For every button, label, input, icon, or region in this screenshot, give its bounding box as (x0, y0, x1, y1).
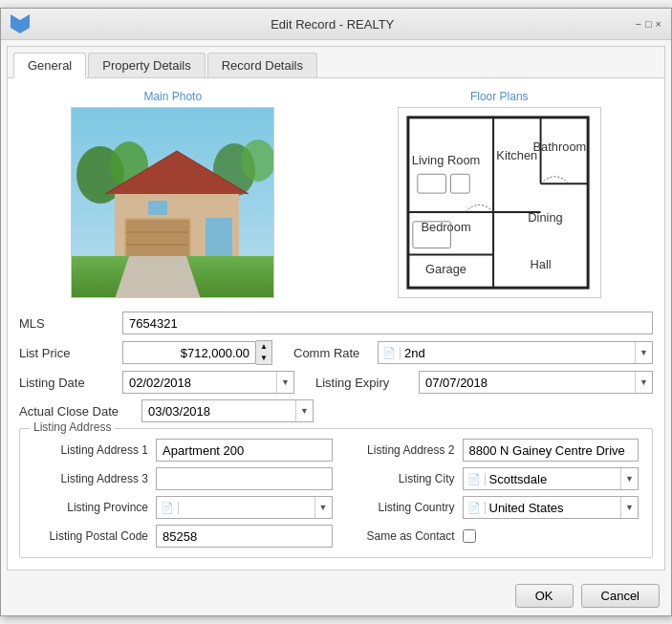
city-label: Listing City (340, 472, 455, 485)
listing-date-label: Listing Date (19, 376, 115, 390)
country-dropdown[interactable]: 📄 United States Canada ▼ (463, 496, 639, 519)
close-button[interactable]: × (656, 18, 661, 30)
country-doc-icon: 📄 (464, 502, 486, 514)
listing-expiry-label: Listing Expiry (315, 376, 411, 390)
tab-bar: General Property Details Record Details (8, 47, 664, 78)
listing-date-arrow[interactable]: ▼ (276, 372, 293, 393)
actual-close-input-wrap[interactable]: ▼ (141, 399, 314, 422)
listing-date-input[interactable] (123, 372, 276, 393)
addr2-label: Listing Address 2 (340, 443, 455, 457)
province-doc-icon: 📄 (157, 502, 179, 514)
listing-expiry-arrow[interactable]: ▼ (635, 372, 652, 393)
comm-rate-select[interactable]: 2nd 1st 3rd (401, 342, 635, 363)
actual-close-input[interactable] (142, 400, 295, 421)
same-as-contact-checkbox[interactable] (463, 529, 476, 543)
mls-input[interactable] (122, 312, 653, 334)
main-photo-box[interactable] (71, 107, 274, 298)
tab-property-details[interactable]: Property Details (88, 53, 205, 77)
country-arrow[interactable]: ▼ (620, 497, 638, 518)
svg-text:Garage: Garage (425, 262, 466, 276)
comm-rate-arrow[interactable]: ▼ (635, 342, 652, 363)
addr3-input[interactable] (156, 467, 333, 490)
listing-date-input-wrap[interactable]: ▼ (122, 371, 294, 394)
svg-text:Kitchen: Kitchen (496, 148, 537, 162)
listing-expiry-input-wrap[interactable]: ▼ (419, 371, 653, 394)
photos-row: Main Photo (19, 90, 653, 298)
main-photo-svg (72, 108, 274, 298)
floor-plan-svg: Living Room Bedroom Kitchen Bathroom Din… (399, 107, 600, 298)
price-comm-row: List Price ▲ ▼ Comm Rate 📄 2nd 1st 3rd (19, 340, 653, 365)
window-controls[interactable]: − □ × (635, 18, 661, 30)
svg-point-4 (241, 140, 274, 182)
dates-row: Listing Date ▼ Listing Expiry ▼ (19, 371, 653, 394)
floor-plan-box[interactable]: Living Room Bedroom Kitchen Bathroom Din… (398, 107, 601, 298)
floor-plan-label: Floor Plans (470, 90, 529, 103)
province-select[interactable]: Arizona (179, 497, 314, 518)
addr1-label: Listing Address 1 (33, 443, 148, 457)
ok-button[interactable]: OK (515, 584, 574, 608)
spinner-down[interactable]: ▼ (256, 353, 271, 364)
city-arrow[interactable]: ▼ (620, 468, 638, 489)
main-window: Edit Record - REALTY − □ × General Prope… (0, 8, 672, 616)
app-icon (11, 14, 30, 33)
comm-rate-doc-icon: 📄 (379, 347, 401, 359)
svg-text:Living Room: Living Room (412, 153, 480, 167)
list-price-spinner: ▲ ▼ (122, 340, 272, 365)
maximize-button[interactable]: □ (645, 18, 652, 30)
province-dropdown[interactable]: 📄 Arizona ▼ (156, 496, 333, 519)
addr1-input[interactable] (156, 439, 333, 462)
addr2-input[interactable] (463, 439, 639, 462)
svg-text:Hall: Hall (530, 257, 551, 271)
tab-record-details[interactable]: Record Details (207, 53, 317, 77)
actual-close-arrow[interactable]: ▼ (295, 400, 313, 421)
addr3-label: Listing Address 3 (33, 472, 148, 485)
country-label: Listing Country (340, 501, 455, 514)
province-arrow[interactable]: ▼ (314, 497, 332, 518)
close-date-row: Actual Close Date ▼ (19, 399, 653, 422)
main-photo-label: Main Photo (143, 90, 202, 103)
postal-label: Listing Postal Code (33, 529, 148, 543)
postal-input[interactable] (156, 525, 333, 548)
svg-text:Bathroom: Bathroom (532, 140, 586, 154)
mls-label: MLS (19, 316, 115, 331)
svg-rect-16 (148, 201, 167, 215)
title-bar: Edit Record - REALTY − □ × (1, 9, 671, 40)
actual-close-label: Actual Close Date (19, 404, 134, 419)
cancel-button[interactable]: Cancel (581, 584, 660, 608)
province-label: Listing Province (33, 501, 148, 514)
listing-expiry-input[interactable] (420, 372, 635, 393)
comm-rate-dropdown[interactable]: 📄 2nd 1st 3rd ▼ (378, 341, 653, 364)
same-as-contact-wrap (463, 529, 639, 543)
buttons-row: OK Cancel (1, 576, 671, 615)
list-price-input[interactable] (122, 341, 256, 364)
tab-general[interactable]: General (13, 53, 86, 78)
listing-address-section: Listing Address Listing Address 1 Listin… (19, 428, 653, 558)
window-title: Edit Record - REALTY (30, 17, 635, 32)
minimize-button[interactable]: − (635, 18, 640, 30)
tab-content: Main Photo (8, 78, 664, 570)
list-price-label: List Price (19, 346, 115, 360)
city-doc-icon: 📄 (464, 473, 486, 485)
city-dropdown[interactable]: 📄 Scottsdale Phoenix ▼ (463, 467, 639, 490)
content-area: General Property Details Record Details … (7, 46, 665, 570)
section-label: Listing Address (30, 420, 115, 434)
mls-row: MLS (19, 312, 653, 334)
comm-rate-label: Comm Rate (293, 346, 370, 360)
country-select[interactable]: United States Canada (486, 497, 621, 518)
svg-marker-18 (115, 256, 201, 298)
same-as-contact-label: Same as Contact (340, 529, 455, 543)
spinner-buttons: ▲ ▼ (256, 340, 272, 365)
spinner-up[interactable]: ▲ (256, 341, 271, 353)
svg-text:Dining: Dining (528, 210, 562, 225)
city-select[interactable]: Scottsdale Phoenix (486, 468, 621, 489)
